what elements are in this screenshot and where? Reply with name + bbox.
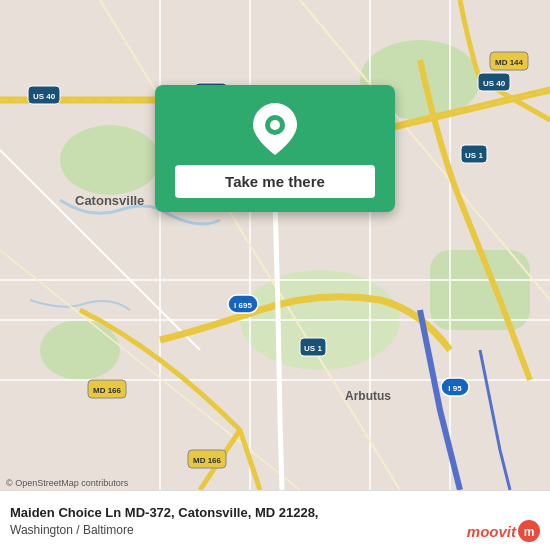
bottom-bar: Maiden Choice Ln MD-372, Catonsville, MD… (0, 490, 550, 550)
svg-text:MD 166: MD 166 (193, 456, 222, 465)
map-svg: US 40 US 40 US 40 US 1 I 695 I 95 MD 166… (0, 0, 550, 490)
take-me-there-button[interactable]: Take me there (175, 165, 375, 198)
location-pin-icon (253, 103, 297, 155)
svg-text:MD 144: MD 144 (495, 58, 524, 67)
svg-text:I 695: I 695 (234, 301, 252, 310)
svg-rect-5 (430, 250, 530, 330)
svg-text:US 1: US 1 (304, 344, 322, 353)
city-line: Washington / Baltimore (10, 523, 540, 537)
moovit-text: moovit (467, 523, 516, 540)
take-me-there-overlay[interactable]: Take me there (155, 85, 395, 212)
svg-text:MD 166: MD 166 (93, 386, 122, 395)
moovit-logo: moovit m (467, 520, 540, 542)
moovit-icon: m (518, 520, 540, 542)
svg-text:Arbutus: Arbutus (345, 389, 391, 403)
map-container: US 40 US 40 US 40 US 1 I 695 I 95 MD 166… (0, 0, 550, 490)
svg-text:Catonsville: Catonsville (75, 193, 144, 208)
svg-point-4 (40, 320, 120, 380)
svg-text:US 1: US 1 (465, 151, 483, 160)
svg-text:US 40: US 40 (33, 92, 56, 101)
svg-text:I 95: I 95 (448, 384, 462, 393)
svg-text:m: m (524, 525, 535, 539)
svg-point-40 (270, 120, 280, 130)
svg-text:US 40: US 40 (483, 79, 506, 88)
address-line: Maiden Choice Ln MD-372, Catonsville, MD… (10, 504, 540, 522)
svg-point-2 (60, 125, 160, 195)
osm-credit: © OpenStreetMap contributors (6, 478, 128, 488)
